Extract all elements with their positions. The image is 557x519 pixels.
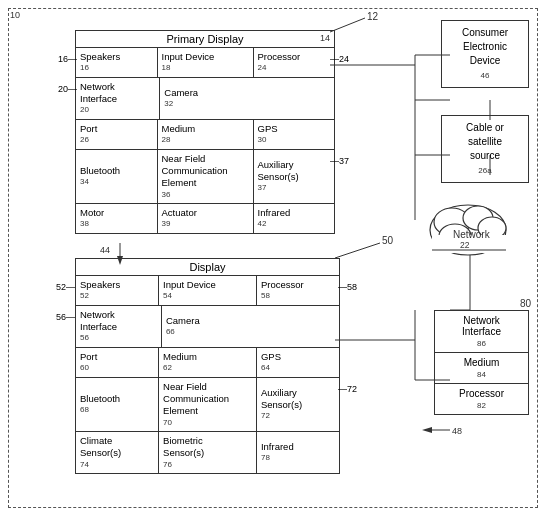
cell-nfc-1: Near FieldCommunicationElement 36 <box>158 150 254 203</box>
grid-row-4: Bluetooth 34 Near FieldCommunicationElem… <box>76 150 334 204</box>
cell-medium-1: Medium 28 <box>158 120 254 149</box>
stack-processor: Processor 82 <box>435 384 528 414</box>
sec-cell-nfc: Near FieldCommunicationElement 70 <box>159 378 257 431</box>
sec-cell-input-device: Input Device 54 <box>159 276 257 305</box>
sec-cell-bluetooth: Bluetooth 68 <box>76 378 159 431</box>
sec-grid-row-4: Bluetooth 68 Near FieldCommunicationElem… <box>76 378 339 432</box>
cell-camera-1: Camera 32 <box>160 78 334 119</box>
cell-motor-1: Motor 38 <box>76 204 158 233</box>
sec-cell-speakers: Speakers 52 52— <box>76 276 159 305</box>
cell-auxiliary-1: AuxiliarySensor(s) 37 —37 <box>254 150 335 203</box>
sec-grid-row-1: Speakers 52 52— Input Device 54 Processo… <box>76 276 339 306</box>
sec-cell-climate: ClimateSensor(s) 74 <box>76 432 159 473</box>
grid-row-2: NetworkInterface 20 20— Camera 32 <box>76 78 334 120</box>
label-80: 80 <box>520 298 531 309</box>
label-44: 44 <box>100 245 110 255</box>
sec-cell-auxiliary: AuxiliarySensor(s) 72 —72 <box>257 378 339 431</box>
cell-network-1: NetworkInterface 20 20— <box>76 78 160 119</box>
cell-gps-1: GPS 30 <box>254 120 335 149</box>
cell-processor-1: Processor 24 —24 <box>254 48 335 77</box>
sec-cell-processor: Processor 58 —58 <box>257 276 339 305</box>
sec-grid-row-5: ClimateSensor(s) 74 BiometricSensor(s) 7… <box>76 432 339 473</box>
sec-cell-infrared: Infrared 78 <box>257 432 339 473</box>
bottom-right-stack: NetworkInterface 86 Medium 84 Processor … <box>434 310 529 415</box>
grid-row-1: Speakers 16 16— Input Device 18 Processo… <box>76 48 334 78</box>
sec-grid-row-2: NetworkInterface 56 56— Camera 66 <box>76 306 339 348</box>
sec-cell-network: NetworkInterface 56 56— <box>76 306 162 347</box>
sec-cell-port: Port 60 <box>76 348 159 377</box>
cell-infrared-1: Infrared 42 <box>254 204 335 233</box>
cell-input-device-1: Input Device 18 <box>158 48 254 77</box>
sec-cell-medium: Medium 62 <box>159 348 257 377</box>
stack-network-interface: NetworkInterface 86 <box>435 311 528 353</box>
secondary-display-title: Display <box>76 259 339 276</box>
grid-row-3: Port 26 Medium 28 GPS 30 <box>76 120 334 150</box>
cell-bluetooth-1: Bluetooth 34 <box>76 150 158 203</box>
diagram-container: 10 12 48 50 <box>0 0 557 519</box>
sec-cell-gps: GPS 64 <box>257 348 339 377</box>
cable-satellite-box: Cable orsatellitesource 26a <box>441 115 529 183</box>
cell-port-1: Port 26 <box>76 120 158 149</box>
secondary-display: Display Speakers 52 52— Input Device 54 … <box>75 258 340 474</box>
cell-speakers-1: Speakers 16 16— <box>76 48 158 77</box>
primary-display-title: Primary Display 14 <box>76 31 334 48</box>
consumer-device-box: Consumer Electronic Device 46 <box>441 20 529 88</box>
grid-row-5: Motor 38 Actuator 39 Infrared 42 <box>76 204 334 233</box>
sec-cell-camera: Camera 66 <box>162 306 339 347</box>
primary-display: Primary Display 14 Speakers 16 16— Input… <box>75 30 335 234</box>
label-10: 10 <box>10 10 20 20</box>
sec-cell-biometric: BiometricSensor(s) 76 <box>159 432 257 473</box>
stack-medium: Medium 84 <box>435 353 528 384</box>
cell-actuator-1: Actuator 39 <box>158 204 254 233</box>
sec-grid-row-3: Port 60 Medium 62 GPS 64 <box>76 348 339 378</box>
